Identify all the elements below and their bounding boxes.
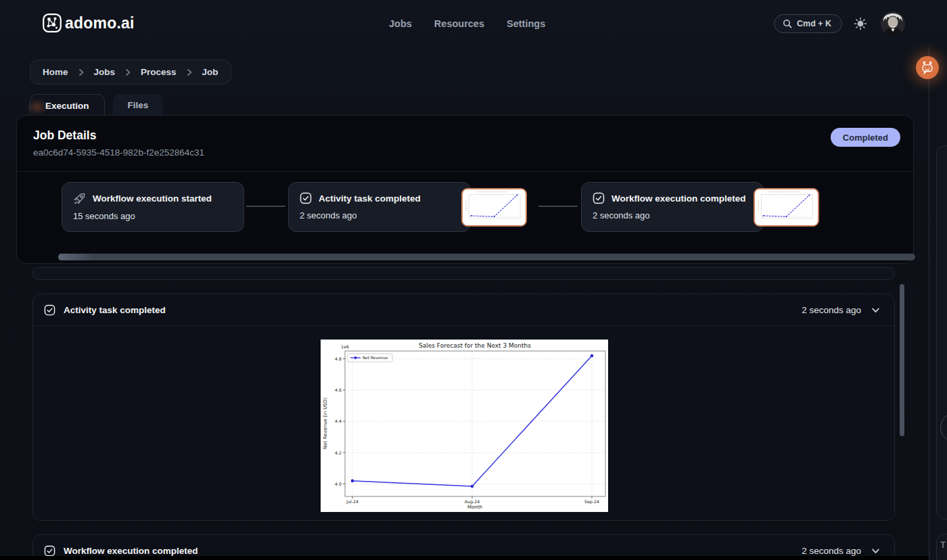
breadcrumb-home[interactable]: Home — [43, 67, 68, 77]
svg-text:4.0: 4.0 — [335, 482, 342, 486]
tab-bar: Execution Files — [30, 94, 163, 116]
search-shortcut-label: Cmd + K — [797, 19, 831, 28]
legend-label: Net Revenue — [363, 356, 388, 360]
timeline-card-title: Workflow execution completed — [611, 193, 746, 204]
tab-execution-label: Execution — [45, 101, 89, 111]
collapsed-section-bar[interactable] — [32, 267, 895, 280]
theme-toggle-button[interactable] — [854, 17, 867, 30]
section-timestamp: 2 seconds ago — [802, 546, 861, 556]
timeline-card-time: 2 seconds ago — [300, 210, 459, 220]
timeline-card-activity-completed[interactable]: Activity task completed 2 seconds ago — [288, 182, 471, 232]
rocket-icon — [73, 192, 86, 205]
brand-logo[interactable]: adomo.ai — [42, 13, 135, 33]
chart-title: Sales Forecast for the Next 3 Months — [419, 342, 531, 349]
svg-text:Aug-24: Aug-24 — [465, 499, 480, 505]
search-icon — [783, 19, 792, 28]
timeline-horizontal-scrollbar[interactable] — [58, 254, 915, 260]
drawer-clipped-text: T — [940, 540, 946, 550]
timeline-card-workflow-completed[interactable]: Workflow execution completed 2 seconds a… — [581, 182, 764, 232]
chart-legend: Net Revenue — [348, 354, 392, 362]
job-details-card: Job Details ea0c6d74-5935-4518-982b-f2e2… — [16, 115, 914, 264]
section-header[interactable]: Activity task completed 2 seconds ago — [33, 294, 894, 326]
app-window: adomo.ai Jobs Resources Settings Cmd + K — [0, 0, 947, 560]
check-icon — [44, 304, 55, 316]
nav-item-settings[interactable]: Settings — [507, 18, 545, 29]
top-navbar: adomo.ai Jobs Resources Settings Cmd + K — [0, 0, 947, 47]
check-icon — [44, 545, 55, 557]
chevron-right-icon — [185, 68, 194, 77]
brand-name: adomo.ai — [65, 14, 135, 32]
drawer-panel — [936, 145, 947, 519]
breadcrumb: Home Jobs Process Job — [30, 60, 231, 85]
tab-files-label: Files — [128, 100, 149, 110]
user-avatar[interactable] — [881, 11, 905, 36]
svg-text:Sep-24: Sep-24 — [584, 499, 599, 505]
chevron-down-icon[interactable] — [871, 546, 881, 556]
nav-item-resources[interactable]: Resources — [434, 18, 484, 29]
main-nav: Jobs Resources Settings — [389, 0, 545, 47]
section-timestamp: 2 seconds ago — [802, 305, 861, 315]
chevron-down-icon[interactable] — [871, 305, 881, 315]
status-badge: Completed — [831, 128, 900, 147]
nav-item-jobs[interactable]: Jobs — [389, 18, 412, 29]
chart-xlabel: Month — [467, 505, 482, 510]
svg-text:4.4: 4.4 — [335, 419, 342, 423]
timeline-connector — [246, 206, 285, 207]
sales-forecast-chart[interactable]: 4.04.24.44.64.8Jul-24Aug-24Sep-24 Net Re… — [321, 340, 608, 512]
timeline-card-workflow-started[interactable]: Workflow execution started 15 seconds ag… — [62, 182, 244, 232]
timeline-card-time: 2 seconds ago — [593, 210, 752, 220]
timeline-card-time: 15 seconds ago — [73, 211, 233, 221]
sun-icon — [854, 17, 867, 30]
svg-text:4.2: 4.2 — [335, 450, 342, 455]
chart-offset-text: 1e6 — [341, 344, 349, 349]
chevron-right-icon — [76, 68, 86, 77]
chart-ylabel: Net Revenue (in USD) — [323, 398, 328, 450]
search-shortcut-button[interactable]: Cmd + K — [774, 14, 842, 33]
check-icon — [300, 192, 312, 204]
breadcrumb-jobs[interactable]: Jobs — [94, 67, 116, 77]
timeline-card-title: Activity task completed — [319, 193, 421, 204]
robot-icon — [920, 60, 935, 75]
svg-text:4.6: 4.6 — [335, 388, 342, 392]
viewport-bottom-edge — [0, 556, 929, 560]
page-vertical-scrollbar[interactable] — [900, 284, 904, 436]
svg-text:4.8: 4.8 — [335, 356, 342, 361]
chevron-right-icon — [123, 68, 133, 77]
adomo-logo-icon — [42, 13, 62, 33]
job-id: ea0c6d74-5935-4518-982b-f2e252864c31 — [33, 147, 204, 158]
event-section-activity-completed: Activity task completed 2 seconds ago 4.… — [32, 294, 895, 521]
right-drawer-clipped: T — [929, 47, 947, 560]
assistant-robot-button[interactable] — [916, 56, 939, 79]
timeline-connector — [538, 206, 578, 207]
drawer-border — [929, 47, 929, 560]
divider — [17, 171, 913, 172]
chart-thumbnail[interactable] — [754, 188, 819, 227]
section-title: Activity task completed — [64, 305, 166, 315]
chart-thumbnail[interactable] — [461, 188, 527, 227]
check-icon — [593, 192, 605, 204]
tab-files[interactable]: Files — [113, 94, 164, 116]
breadcrumb-job[interactable]: Job — [202, 67, 218, 77]
svg-text:Jul-24: Jul-24 — [346, 499, 359, 505]
job-details-title: Job Details — [33, 129, 96, 143]
tab-execution[interactable]: Execution — [30, 94, 105, 116]
timeline-card-title: Workflow execution started — [93, 193, 212, 204]
section-title: Workflow execution completed — [64, 546, 198, 556]
breadcrumb-process[interactable]: Process — [141, 67, 177, 77]
